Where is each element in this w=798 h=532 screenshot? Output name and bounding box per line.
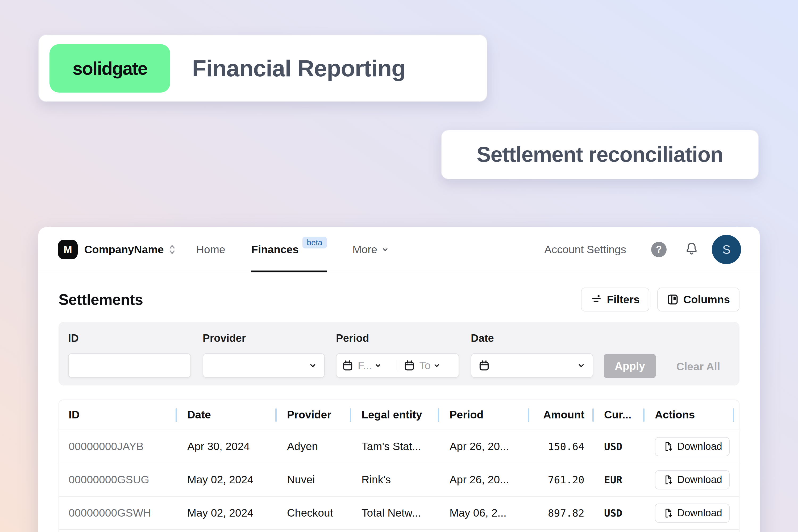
help-icon[interactable]: ? (651, 241, 667, 258)
active-tab-underline (251, 270, 327, 272)
filters-button-label: Filters (607, 293, 640, 306)
download-button[interactable]: Download (655, 437, 730, 456)
period-range-control: F... To (336, 353, 459, 378)
column-resize-handle[interactable] (350, 408, 351, 422)
hero-title: Financial Reporting (192, 55, 405, 82)
column-header-period: Period (438, 408, 528, 421)
download-button-label: Download (677, 441, 722, 452)
table-row[interactable]: 00000000GSWH May 02, 2024 Checkout Total… (59, 497, 739, 530)
cell-period: Apr 26, 20... (438, 440, 528, 453)
company-name: CompanyName (84, 243, 164, 256)
app-window: M CompanyName Home Finances beta More (38, 227, 760, 532)
download-button[interactable]: Download (655, 504, 730, 523)
id-filter-label: ID (68, 332, 191, 344)
cell-currency: EUR (593, 474, 644, 486)
column-resize-handle[interactable] (275, 408, 277, 422)
chevron-down-icon (577, 361, 586, 370)
column-resize-handle[interactable] (592, 408, 594, 422)
page-content: Settlements Filters Columns ID (38, 288, 760, 532)
calendar-icon (478, 360, 490, 371)
columns-button[interactable]: Columns (657, 288, 740, 311)
table-header: ID Date Provider Legal entity Period Amo… (59, 400, 739, 430)
provider-select[interactable] (203, 353, 325, 378)
download-button[interactable]: Download (655, 470, 730, 490)
clear-all-button[interactable]: Clear All (668, 360, 729, 373)
id-input[interactable] (76, 360, 184, 372)
tab-finances-label: Finances (251, 243, 299, 256)
nav-left: M CompanyName Home Finances beta More (58, 227, 390, 272)
cell-legal-entity: Total Netw... (350, 507, 438, 519)
feature-title: Settlement reconciliation (477, 142, 723, 167)
provider-filter-label: Provider (203, 332, 325, 344)
table-row[interactable]: 00000000JAYB Apr 30, 2024 Adyen Tam's St… (59, 430, 739, 463)
period-to-placeholder: To (419, 360, 431, 372)
table-row[interactable]: 00000000GSUG May 02, 2024 Nuvei Rink's A… (59, 463, 739, 497)
cell-date: Apr 30, 2024 (176, 440, 276, 453)
beta-badge: beta (302, 237, 327, 248)
workspace-logo: M (58, 240, 78, 259)
id-filter-group: ID (68, 332, 191, 378)
chevron-down-icon (381, 245, 390, 254)
calendar-icon (342, 360, 354, 371)
provider-filter-group: Provider (203, 332, 325, 378)
apply-button[interactable]: Apply (604, 354, 656, 378)
file-download-icon (662, 508, 673, 518)
avatar[interactable]: S (712, 235, 741, 264)
account-settings-link[interactable]: Account Settings (544, 243, 626, 256)
date-filter-label: Date (471, 332, 593, 344)
cell-legal-entity: Tam's Stat... (350, 440, 438, 453)
column-header-amount: Amount (528, 408, 593, 421)
bell-icon[interactable] (684, 242, 699, 258)
tab-more-label: More (353, 243, 377, 256)
date-select[interactable] (471, 353, 593, 378)
column-header-date: Date (176, 408, 276, 421)
column-resize-handle[interactable] (733, 408, 734, 422)
cell-actions: Download (644, 470, 739, 490)
file-download-icon (662, 441, 673, 452)
cell-amount: 761.20 (528, 474, 593, 486)
period-filter-group: Period F... To (336, 332, 459, 378)
period-from-select[interactable]: F... (337, 360, 398, 372)
columns-button-label: Columns (683, 293, 730, 306)
cell-id: 00000000GSUG (59, 474, 176, 486)
column-header-actions: Actions (644, 408, 739, 421)
columns-icon (667, 294, 679, 305)
column-resize-handle[interactable] (528, 408, 529, 422)
tab-finances[interactable]: Finances beta (251, 227, 327, 272)
tab-more[interactable]: More (353, 227, 390, 272)
filter-panel: ID Provider Period F... (58, 322, 740, 385)
period-filter-label: Period (336, 332, 459, 344)
column-resize-handle[interactable] (438, 408, 439, 422)
id-input-wrap (68, 353, 191, 378)
cell-actions: Download (644, 504, 739, 523)
cell-actions: Download (644, 437, 739, 456)
cell-period: May 06, 2... (438, 507, 528, 519)
download-button-label: Download (677, 474, 722, 486)
filter-icon (590, 294, 602, 305)
date-filter-group: Date (471, 332, 593, 378)
column-resize-handle[interactable] (175, 408, 177, 422)
period-to-select[interactable]: To (398, 360, 459, 372)
column-header-legal-entity: Legal entity (350, 408, 438, 421)
sorter-icon (167, 243, 177, 255)
feature-card: Settlement reconciliation (441, 130, 759, 179)
file-download-icon (662, 475, 673, 485)
chevron-down-icon (374, 361, 382, 369)
calendar-icon (403, 360, 415, 371)
cell-date: May 02, 2024 (176, 507, 276, 519)
cell-amount: 150.64 (528, 441, 593, 453)
cell-id: 00000000JAYB (59, 440, 176, 453)
filters-button[interactable]: Filters (581, 288, 649, 311)
cell-currency: USD (593, 441, 644, 453)
column-header-currency: Cur... (593, 408, 644, 421)
workspace-switcher[interactable]: CompanyName (84, 243, 177, 256)
cell-id: 00000000GSWH (59, 507, 176, 519)
column-resize-handle[interactable] (643, 408, 645, 422)
period-from-placeholder: F... (358, 360, 372, 372)
cell-date: May 02, 2024 (176, 474, 276, 486)
svg-text:?: ? (656, 244, 662, 255)
tab-home[interactable]: Home (196, 227, 225, 272)
nav-bar: M CompanyName Home Finances beta More (38, 227, 760, 272)
cell-provider: Adyen (276, 440, 350, 453)
settlements-table: ID Date Provider Legal entity Period Amo… (58, 400, 740, 532)
